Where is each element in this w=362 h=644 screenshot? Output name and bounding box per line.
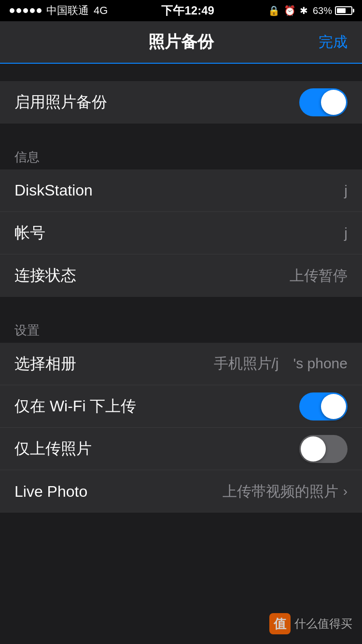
nav-bar: 照片备份 完成 [0,21,362,64]
watermark: 值 什么值得买 [269,613,352,634]
enable-backup-label: 启用照片备份 [14,92,107,113]
status-right: 🔒 ⏰ ✱ 63% [268,5,352,16]
connection-status-label: 连接状态 [14,265,76,286]
wifi-only-label: 仅在 Wi-Fi 下上传 [14,396,136,417]
live-photo-value-container: 上传带视频的照片 › [223,482,348,502]
diskstation-row: DiskStation j [0,169,362,212]
wifi-only-row: 仅在 Wi-Fi 下上传 [0,385,362,428]
info-section-header: 信息 [0,141,362,169]
done-button[interactable]: 完成 [319,32,348,52]
alarm-icon: ⏰ [284,5,296,16]
spacer-bottom [0,513,362,551]
signal-dot-1 [10,8,14,13]
watermark-icon: 值 [269,613,291,634]
signal-dots [10,8,42,13]
watermark-icon-text: 值 [274,616,286,632]
diskstation-label: DiskStation [14,182,93,199]
status-bar: 中国联通 4G 下午12:49 🔒 ⏰ ✱ 63% [0,0,362,21]
toggle-thumb-photos [301,436,326,462]
diskstation-value: j [344,182,348,199]
enable-backup-row: 启用照片备份 [0,81,362,124]
live-photo-value: 上传带视频的照片 [223,482,338,502]
account-row: 帐号 j [0,212,362,254]
live-photo-chevron-icon: › [343,484,348,499]
wifi-only-toggle[interactable] [299,392,348,420]
live-photo-row[interactable]: Live Photo 上传带视频的照片 › [0,470,362,513]
signal-dot-4 [30,8,35,13]
settings-section-group: 选择相册 手机照片/j 's phone 仅在 Wi-Fi 下上传 仅上传照片 … [0,343,362,513]
signal-dot-5 [37,8,42,13]
toggle-thumb-enable [321,90,346,115]
battery-fill [337,8,346,13]
connection-status-row: 连接状态 上传暂停 [0,254,362,297]
select-album-value: 手机照片/j 's phone [214,354,348,374]
signal-dot-2 [16,8,21,13]
photos-only-toggle[interactable] [299,435,348,463]
live-photo-label: Live Photo [14,483,87,501]
lock-icon: 🔒 [268,5,280,16]
settings-section-header: 设置 [0,314,362,343]
enable-section-group: 启用照片备份 [0,81,362,124]
account-label: 帐号 [14,223,45,244]
nav-title: 照片备份 [148,31,214,53]
status-left: 中国联通 4G [10,3,108,18]
info-header-label: 信息 [14,150,40,164]
settings-header-label: 设置 [14,323,40,337]
enable-backup-toggle[interactable] [299,88,348,116]
spacer-1 [0,64,362,81]
select-album-label: 选择相册 [14,353,76,375]
watermark-label: 什么值得买 [294,616,352,631]
status-time: 下午12:49 [161,3,214,18]
info-section-group: DiskStation j 帐号 j 连接状态 上传暂停 [0,169,362,297]
spacer-2 [0,124,362,141]
status-icons: 🔒 ⏰ ✱ [268,5,308,16]
carrier-label: 中国联通 [46,3,89,18]
toggle-thumb-wifi [321,394,346,419]
photos-only-label: 仅上传照片 [14,438,92,460]
account-value: j [344,225,348,241]
battery-container: 63% [313,5,352,16]
signal-dot-3 [23,8,28,13]
connection-status-value: 上传暂停 [290,266,348,286]
photos-only-row: 仅上传照片 [0,428,362,470]
network-type-label: 4G [94,4,108,17]
select-album-row[interactable]: 选择相册 手机照片/j 's phone [0,343,362,385]
battery-icon [335,6,352,15]
spacer-3 [0,297,362,314]
battery-percentage: 63% [313,5,332,16]
bluetooth-icon: ✱ [300,5,308,16]
